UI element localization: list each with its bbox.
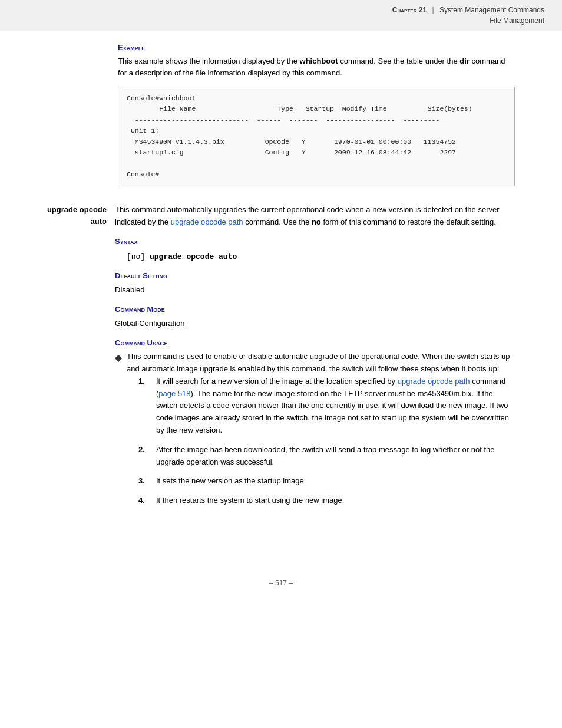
command-description: This command automatically upgrades the … bbox=[115, 204, 515, 229]
example-para2: command. See the table under the bbox=[338, 57, 460, 65]
command-usage-label: Command Usage bbox=[115, 337, 515, 350]
command-usage-list: ◆ This command is used to enable or disa… bbox=[115, 351, 515, 514]
bullet-text-1: This command is used to enable or disabl… bbox=[127, 351, 515, 514]
command-body: This command automatically upgrades the … bbox=[115, 204, 515, 520]
step-1-post: ). The name for the new image stored on … bbox=[156, 389, 509, 434]
numbered-steps: 1. It will search for a new version of t… bbox=[138, 375, 515, 507]
header-title-line2: File Management bbox=[490, 15, 544, 26]
bullet-item-1: ◆ This command is used to enable or disa… bbox=[115, 351, 515, 514]
step-2-num: 2. bbox=[138, 444, 153, 456]
step-1-pre: It will search for a new version of the … bbox=[156, 377, 398, 386]
cmd-desc-post: form of this command to restore the defa… bbox=[321, 218, 496, 226]
syntax-label: Syntax bbox=[115, 236, 515, 248]
step-3-num: 3. bbox=[138, 475, 153, 487]
syntax-command: upgrade opcode auto bbox=[145, 252, 237, 261]
syntax-box: [no] upgrade opcode auto bbox=[127, 251, 515, 263]
upgrade-opcode-path-link2[interactable]: upgrade opcode path bbox=[398, 377, 470, 386]
header-separator: | bbox=[432, 6, 434, 14]
code-line-3: Unit 1: bbox=[127, 126, 506, 136]
step-4: 4. It then restarts the system to start … bbox=[138, 495, 515, 507]
command-mode-value: Global Configuration bbox=[115, 318, 515, 330]
code-line-5: startup1.cfg Config Y 2009-12-16 08:44:4… bbox=[127, 147, 506, 158]
code-line-6 bbox=[127, 158, 506, 169]
page-518-link[interactable]: page 518 bbox=[158, 389, 190, 398]
step-3-text: It sets the new version as the startup i… bbox=[156, 475, 306, 487]
bullet-text-1-content: This command is used to enable or disabl… bbox=[127, 352, 510, 373]
command-name-sub: auto bbox=[24, 216, 107, 228]
cmd-desc-mid: command. Use the bbox=[243, 218, 312, 226]
chapter-label: Chapter 21 bbox=[392, 6, 427, 14]
command-name-main: upgrade opcode bbox=[47, 205, 107, 214]
page: Chapter 21 | System Management Commands … bbox=[0, 0, 562, 728]
upgrade-opcode-path-link1[interactable]: upgrade opcode path bbox=[171, 218, 243, 226]
cmd-no-bold: no bbox=[312, 218, 321, 226]
page-footer: – 517 – bbox=[0, 567, 562, 593]
step-2: 2. After the image has been downloaded, … bbox=[138, 444, 515, 469]
code-line-4: MS453490M_V1.1.4.3.bix OpCode Y 1970-01-… bbox=[127, 137, 506, 147]
step-4-text: It then restarts the system to start usi… bbox=[156, 495, 344, 507]
step-4-num: 4. bbox=[138, 495, 153, 507]
example-label: Example bbox=[118, 43, 538, 52]
step-2-text: After the image has been downloaded, the… bbox=[156, 444, 515, 469]
command-mode-label: Command Mode bbox=[115, 304, 515, 316]
step-1-text: It will search for a new version of the … bbox=[156, 375, 515, 437]
code-divider-1: ---------------------------- ------ ----… bbox=[127, 115, 506, 126]
header-title-line1: System Management Commands bbox=[439, 6, 544, 14]
syntax-optional: [no] bbox=[127, 252, 145, 261]
default-setting-label: Default Setting bbox=[115, 270, 515, 282]
command-entry: upgrade opcode auto This command automat… bbox=[24, 204, 515, 520]
example-bold1: whichboot bbox=[300, 57, 338, 65]
default-setting-value: Disabled bbox=[115, 284, 515, 297]
command-name: upgrade opcode auto bbox=[24, 204, 115, 520]
code-line-2: File Name Type Startup Modify Time Size(… bbox=[127, 104, 506, 114]
page-number: – 517 – bbox=[269, 579, 293, 587]
example-para1: This example shows the information displ… bbox=[118, 57, 300, 65]
code-line-7: Console# bbox=[127, 169, 506, 180]
step-3: 3. It sets the new version as the startu… bbox=[138, 475, 515, 487]
main-content: Example This example shows the informati… bbox=[0, 31, 562, 555]
page-header: Chapter 21 | System Management Commands … bbox=[0, 0, 562, 31]
step-1-num: 1. bbox=[138, 375, 153, 388]
code-block: Console#whichboot File Name Type Startup… bbox=[118, 87, 515, 186]
code-line-1: Console#whichboot bbox=[127, 93, 506, 104]
step-1: 1. It will search for a new version of t… bbox=[138, 375, 515, 437]
example-text: This example shows the information displ… bbox=[118, 55, 515, 78]
bullet-diamond-1: ◆ bbox=[115, 350, 122, 365]
example-bold2: dir bbox=[459, 57, 470, 65]
